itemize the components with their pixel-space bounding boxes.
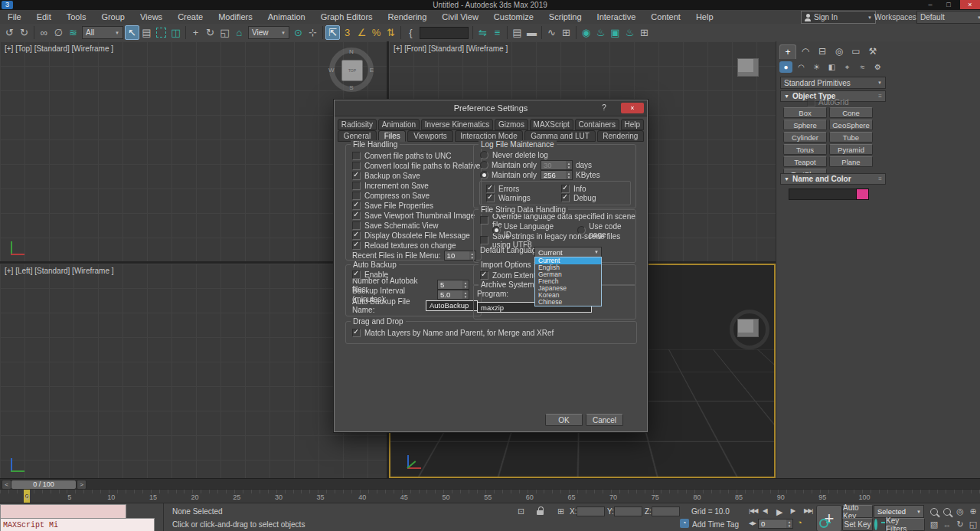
- cylinder-button[interactable]: Cylinder: [783, 132, 827, 143]
- never-delete-radio[interactable]: Never delete log: [474, 150, 635, 160]
- time-configuration-icon[interactable]: ◔: [797, 518, 802, 527]
- maximize-button[interactable]: □: [940, 0, 957, 9]
- render-setup-icon[interactable]: ♨: [593, 25, 608, 40]
- zoom-all-icon[interactable]: [941, 506, 953, 517]
- menu-civil-view[interactable]: Civil View: [434, 12, 485, 21]
- object-color-swatch[interactable]: [856, 188, 869, 200]
- menu-group[interactable]: Group: [93, 12, 132, 21]
- viewport-left-label[interactable]: [+] [Left] [Standard] [Wireframe ]: [5, 267, 114, 275]
- zoom-extents-icon[interactable]: ◎: [954, 506, 966, 517]
- menu-file[interactable]: File: [0, 12, 29, 21]
- previous-frame-button[interactable]: ◀|: [763, 507, 767, 514]
- save-file-properties-checkbox[interactable]: Save File Properties: [346, 201, 481, 211]
- dialog-tab-gizmos[interactable]: Gizmos: [495, 119, 528, 130]
- z-coordinate-field[interactable]: [652, 506, 680, 516]
- dialog-help-button[interactable]: ?: [598, 103, 610, 113]
- isolate-selection-icon[interactable]: ⊡: [518, 506, 524, 516]
- snap-3d-icon[interactable]: 3: [340, 25, 354, 40]
- layer-explorer-icon[interactable]: ▤: [510, 25, 524, 40]
- set-key-button[interactable]: Set Key: [842, 518, 873, 531]
- menu-scripting[interactable]: Scripting: [541, 12, 590, 21]
- backup-on-save-checkbox[interactable]: Backup on Save: [346, 171, 481, 181]
- viewcube[interactable]: [737, 58, 759, 77]
- toggle-key-mode-button[interactable]: +: [816, 505, 842, 531]
- dialog-tab-maxscript[interactable]: MAXScript: [530, 119, 573, 130]
- use-language-id-radio[interactable]: [492, 226, 501, 234]
- compass-west[interactable]: W: [328, 67, 335, 74]
- debug-checkbox[interactable]: Debug: [555, 193, 630, 202]
- menu-interactive[interactable]: Interactive: [590, 12, 644, 21]
- primitive-category-dropdown[interactable]: Standard Primitives ▼: [780, 77, 886, 89]
- display-obsolete-file-message-checkbox[interactable]: Display Obsolete File Message: [346, 231, 481, 241]
- schematic-view-icon[interactable]: ⊞: [559, 25, 573, 40]
- select-and-scale-icon[interactable]: ◱: [217, 25, 232, 40]
- spinner-snap-icon[interactable]: ⇅: [384, 25, 398, 40]
- create-tab[interactable]: +: [779, 44, 796, 59]
- pan-icon[interactable]: ⇔: [941, 519, 953, 530]
- save-viewport-thumbnail-image-checkbox[interactable]: Save Viewport Thumbnail Image: [346, 211, 481, 221]
- language-option-chinese[interactable]: Chinese: [535, 299, 601, 306]
- recent-files-spinner[interactable]: 10 ▲▼: [444, 251, 476, 261]
- orbit-icon[interactable]: ↻: [954, 519, 966, 530]
- autogrid-checkbox[interactable]: AutoGrid: [807, 98, 848, 107]
- maxscript-listener-field[interactable]: MAXScript Mi: [0, 518, 155, 531]
- rendered-frame-icon[interactable]: ▣: [608, 25, 622, 40]
- redo-icon[interactable]: ↻: [17, 25, 31, 40]
- viewcube-top-face[interactable]: TOP: [341, 60, 363, 81]
- maintain-days-radio[interactable]: Maintain only 30 ▲▼ days: [474, 160, 635, 170]
- zoom-icon[interactable]: [928, 506, 940, 517]
- menu-edit[interactable]: Edit: [29, 12, 59, 21]
- unlink-selection-icon[interactable]: ∅: [51, 25, 66, 40]
- transform-type-in-icon[interactable]: ⊞: [557, 506, 564, 516]
- menu-customize[interactable]: Customize: [486, 12, 541, 21]
- systems-icon[interactable]: ⚙: [871, 61, 884, 73]
- bind-to-space-warp-icon[interactable]: ≋: [66, 25, 80, 40]
- sign-in-button[interactable]: Sign In ▼: [801, 11, 876, 24]
- dialog-tab-radiosity[interactable]: Radiosity: [338, 119, 377, 130]
- name-color-rollout[interactable]: ▼ Name and Color ≡: [780, 173, 886, 185]
- select-by-name-icon[interactable]: ▤: [139, 25, 154, 40]
- spinner-arrows-icon[interactable]: ▲▼: [462, 280, 469, 289]
- time-tag-icon[interactable]: ◔: [680, 519, 689, 528]
- torus-button[interactable]: Torus: [783, 144, 827, 155]
- render-production-icon[interactable]: ♨: [622, 25, 637, 40]
- go-to-start-button[interactable]: |◀◀: [749, 507, 757, 514]
- viewport-top[interactable]: [+] [Top] [Standard] [Wireframe ] N S W …: [0, 41, 387, 261]
- modify-tab[interactable]: ◠: [798, 44, 813, 58]
- select-and-place-icon[interactable]: ⌂: [232, 25, 247, 40]
- window-crossing-icon[interactable]: ◫: [168, 25, 183, 40]
- y-coordinate-field[interactable]: [614, 506, 642, 516]
- dialog-tab-inverse-kinematics[interactable]: Inverse Kinematics: [421, 119, 493, 130]
- geometry-icon[interactable]: ●: [779, 61, 792, 73]
- interval-spinner[interactable]: 5.0 ▲▼: [437, 290, 469, 300]
- align-icon[interactable]: ≡: [490, 25, 505, 40]
- menu-animation[interactable]: Animation: [260, 12, 313, 21]
- cancel-button[interactable]: Cancel: [586, 414, 623, 426]
- material-editor-icon[interactable]: ◉: [579, 25, 593, 40]
- maximize-viewport-icon[interactable]: ◱: [967, 519, 979, 530]
- mirror-icon[interactable]: ⇋: [475, 25, 490, 40]
- sphere-button[interactable]: Sphere: [783, 120, 827, 130]
- zoom-extents-all-icon[interactable]: ⊕: [967, 506, 979, 517]
- ribbon-toggle-icon[interactable]: ▬: [524, 25, 539, 40]
- zoom-region-icon[interactable]: ▧: [928, 519, 940, 530]
- spinner-arrows-icon[interactable]: ▲▼: [566, 171, 572, 179]
- convert-local-file-paths-to-relative-checkbox[interactable]: Convert local file paths to Relative: [346, 161, 481, 171]
- select-object-icon[interactable]: ↖: [125, 25, 139, 40]
- lights-icon[interactable]: ☀: [810, 61, 823, 73]
- rectangular-selection-region-icon[interactable]: [154, 25, 168, 40]
- track-bar[interactable]: 0 05101520253035404550556065707580859095…: [0, 489, 980, 503]
- menu-rendering[interactable]: Rendering: [381, 12, 435, 21]
- snaps-toggle-icon[interactable]: ⇱: [325, 25, 340, 40]
- ok-button[interactable]: OK: [545, 414, 583, 426]
- box-button[interactable]: Box: [783, 107, 827, 118]
- reference-coordinate-dropdown[interactable]: View▼: [248, 26, 289, 39]
- percent-snap-icon[interactable]: %: [369, 25, 384, 40]
- dialog-tab-containers[interactable]: Containers: [575, 119, 619, 130]
- pyramid-button[interactable]: Pyramid: [829, 144, 873, 155]
- menu-graph-editors[interactable]: Graph Editors: [313, 12, 381, 21]
- viewport-left[interactable]: [+] [Left] [Standard] [Wireframe ]: [0, 264, 387, 478]
- utilities-tab[interactable]: ⚒: [865, 44, 880, 58]
- render-iterative-icon[interactable]: ⊞: [637, 25, 652, 40]
- maintain-kbytes-radio[interactable]: Maintain only 256 ▲▼ KBytes: [474, 170, 635, 180]
